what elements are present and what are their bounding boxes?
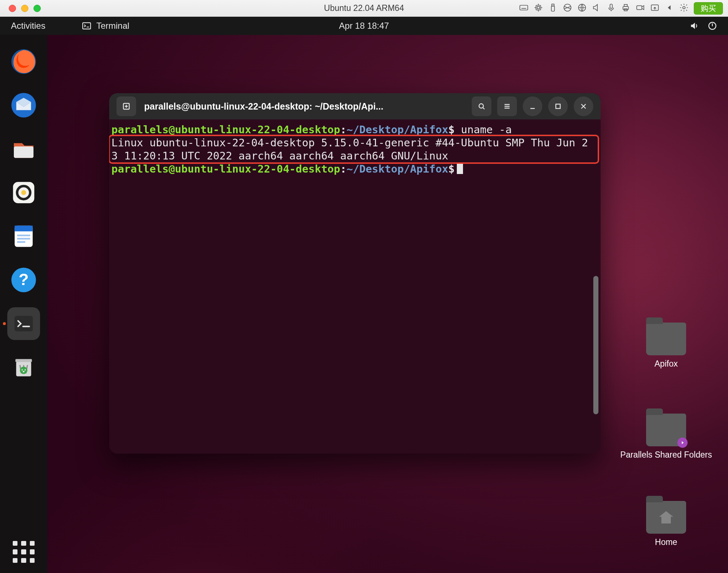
svg-rect-4 [551,6,555,11]
dock-help[interactable]: ? [7,264,40,296]
ubuntu-vm: Activities Terminal Apr 18 18:47 [0,17,728,573]
svg-rect-29 [15,316,33,332]
show-applications-button[interactable] [13,541,35,563]
gnome-top-bar: Activities Terminal Apr 18 18:47 [0,17,728,35]
dock-libreoffice-writer[interactable] [7,220,40,253]
desktop-icon-parallels-shared[interactable]: Parallels Shared Folders [615,414,717,460]
search-button[interactable] [472,96,491,116]
svg-rect-31 [15,359,32,362]
current-app-indicator[interactable]: Terminal [82,21,130,31]
prompt-path: ~/Desktop/Apifox [347,123,448,136]
folder-icon [646,414,686,446]
activities-button[interactable]: Activities [11,21,46,31]
svg-rect-8 [623,6,628,9]
clock[interactable]: Apr 18 18:47 [339,21,389,31]
terminal-window-title: parallels@ubuntu-linux-22-04-desktop: ~/… [144,101,383,112]
window-traffic-lights [9,5,41,12]
svg-rect-11 [637,5,642,9]
settings-gear-icon[interactable] [679,3,689,14]
svg-rect-18 [14,146,33,158]
svg-rect-23 [15,226,33,232]
minimize-button[interactable] [523,96,542,116]
share-icon[interactable] [650,3,660,14]
svg-rect-9 [624,4,628,6]
home-folder-icon [646,501,686,534]
shared-badge-icon [677,438,688,448]
svg-rect-1 [536,5,541,10]
maximize-button[interactable] [548,96,568,116]
desktop-icon-label: Parallels Shared Folders [615,450,717,460]
power-icon[interactable] [708,21,717,31]
scrollbar[interactable] [593,276,598,414]
terminal-window: parallels@ubuntu-linux-22-04-desktop: ~/… [109,93,601,454]
globe-icon[interactable] [577,3,587,14]
prompt-user: parallels@ubuntu-linux-22-04-desktop [111,163,340,175]
desktop-icon-label: Apifox [626,359,706,369]
prompt-path: ~/Desktop/Apifox [347,163,448,175]
buy-button[interactable]: 购买 [694,2,723,15]
usb-icon[interactable] [548,3,558,14]
printer-icon[interactable] [621,3,630,14]
svg-rect-7 [610,4,613,8]
dock-terminal[interactable] [7,307,40,340]
close-button[interactable] [574,96,593,116]
svg-point-13 [683,6,685,9]
folder-icon [646,323,686,355]
svg-rect-25 [17,238,30,240]
hamburger-menu-button[interactable] [497,96,517,116]
terminal-app-icon [82,21,91,31]
host-window-title: Ubuntu 22.04 ARM64 [324,3,404,13]
camera-icon[interactable] [636,3,645,14]
dock-trash[interactable] [7,351,40,384]
svg-text:?: ? [19,270,29,289]
volume-icon[interactable] [689,21,699,31]
svg-rect-0 [520,5,528,10]
new-tab-button[interactable] [116,96,136,116]
dock-files[interactable] [7,133,40,165]
terminal-titlebar: parallels@ubuntu-linux-22-04-desktop: ~/… [109,93,601,119]
desktop-icon-label: Home [626,537,706,547]
prompt-user: parallels@ubuntu-linux-22-04-desktop [111,123,340,136]
sound-icon[interactable] [592,3,601,14]
svg-point-34 [479,104,483,108]
terminal-body[interactable]: parallels@ubuntu-linux-22-04-desktop:~/D… [109,119,601,454]
back-caret-icon[interactable] [665,3,674,14]
desktop-icon-apifox[interactable]: Apifox [626,323,706,369]
svg-rect-35 [556,104,560,108]
system-tray[interactable] [689,21,717,31]
dock-rhythmbox[interactable] [7,176,40,209]
svg-rect-24 [17,235,30,237]
cursor-icon [457,163,463,174]
svg-point-21 [21,190,26,195]
keyboard-icon[interactable] [519,3,529,14]
close-window-button[interactable] [9,5,16,12]
fullscreen-window-button[interactable] [33,5,41,12]
running-indicator-icon [3,322,6,325]
parallels-toolbar: 购买 [519,2,723,15]
network-adapter-icon[interactable] [563,3,572,14]
macos-titlebar: Ubuntu 22.04 ARM64 购买 [0,0,728,17]
command-text: uname -a [461,123,512,136]
desktop-wallpaper: ? Apifox [0,35,728,573]
ubuntu-dock: ? [0,35,47,573]
output-line: Linux ubuntu-linux-22-04-desktop 5.15.0-… [111,137,588,149]
svg-rect-14 [83,23,91,29]
cpu-icon[interactable] [534,3,543,14]
desktop-icon-home[interactable]: Home [626,501,706,547]
microphone-icon[interactable] [606,3,616,14]
current-app-name: Terminal [96,21,130,31]
minimize-window-button[interactable] [21,5,28,12]
svg-rect-26 [17,241,25,243]
svg-rect-2 [537,6,540,9]
dock-firefox[interactable] [7,45,40,78]
dock-thunderbird[interactable] [7,89,40,122]
svg-point-32 [20,367,28,374]
output-line: 3 11:20:13 UTC 2022 aarch64 aarch64 aarc… [111,150,448,162]
